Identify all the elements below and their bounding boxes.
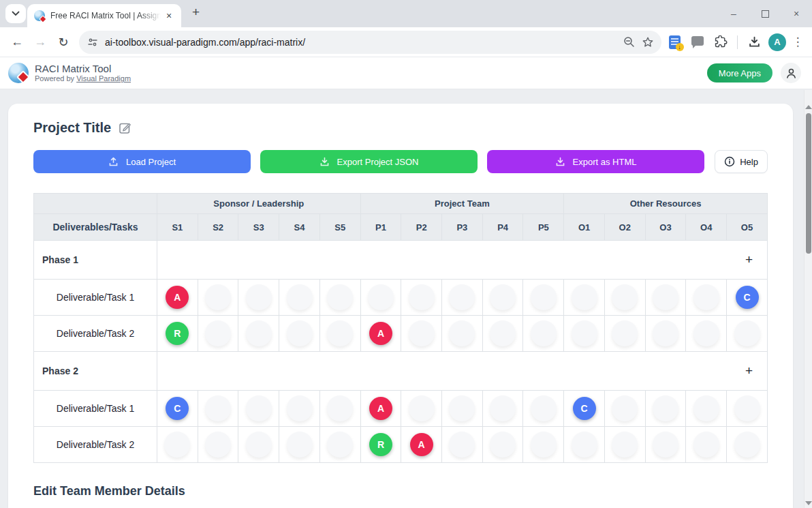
matrix-cell-S2[interactable] <box>198 280 238 316</box>
matrix-cell-P2[interactable] <box>401 316 442 352</box>
matrix-cell-O5[interactable] <box>727 391 768 427</box>
column-header-S2: S2 <box>198 214 238 241</box>
matrix-cell-O2[interactable] <box>604 391 645 427</box>
matrix-cell-O3[interactable] <box>645 280 686 316</box>
matrix-cell-P1[interactable] <box>360 280 401 316</box>
refresh-button[interactable]: ↻ <box>52 31 75 54</box>
matrix-cell-O4[interactable] <box>686 427 727 463</box>
matrix-cell-P5[interactable] <box>523 427 564 463</box>
edit-title-icon[interactable] <box>119 121 131 134</box>
matrix-cell-S3[interactable] <box>238 391 279 427</box>
matrix-header: Sponsor / LeadershipProject TeamOther Re… <box>34 194 768 241</box>
site-info-icon[interactable] <box>87 37 98 48</box>
browser-menu-button[interactable]: ⋮ <box>792 35 804 49</box>
matrix-cell-O3[interactable] <box>645 427 686 463</box>
matrix-cell-P5[interactable] <box>523 280 564 316</box>
scroll-up-arrow-icon[interactable] <box>805 105 812 109</box>
export-html-button[interactable]: Export as HTML <box>487 150 704 173</box>
visual-paradigm-link[interactable]: Visual Paradigm <box>76 74 131 83</box>
browser-tab[interactable]: Free RACI Matrix Tool | Assign R × <box>27 4 181 27</box>
scroll-down-arrow-icon[interactable] <box>805 501 812 505</box>
zoom-out-button[interactable] <box>619 33 638 52</box>
matrix-cell-S5[interactable] <box>319 391 360 427</box>
url-bar[interactable]: ai-toolbox.visual-paradigm.com/app/raci-… <box>79 31 661 54</box>
maximize-button[interactable] <box>749 0 781 27</box>
matrix-cell-S4[interactable] <box>279 316 320 352</box>
load-project-button[interactable]: Load Project <box>33 150 251 173</box>
forward-button[interactable]: → <box>29 31 52 54</box>
matrix-cell-S3[interactable] <box>238 280 279 316</box>
matrix-cell-S1[interactable]: C <box>157 391 198 427</box>
new-tab-button[interactable]: + <box>192 5 200 20</box>
matrix-cell-P4[interactable] <box>482 391 523 427</box>
matrix-cell-S1[interactable] <box>157 427 198 463</box>
bookmark-button[interactable] <box>638 33 657 52</box>
matrix-cell-S4[interactable] <box>279 280 320 316</box>
matrix-cell-P5[interactable] <box>523 316 564 352</box>
matrix-cell-O4[interactable] <box>686 316 727 352</box>
matrix-cell-O1[interactable] <box>564 427 605 463</box>
matrix-cell-P3[interactable] <box>442 316 483 352</box>
matrix-cell-O2[interactable] <box>604 280 645 316</box>
matrix-cell-P1[interactable]: A <box>360 316 401 352</box>
matrix-cell-P3[interactable] <box>442 391 483 427</box>
tab-close-icon[interactable]: × <box>163 10 174 21</box>
matrix-cell-S4[interactable] <box>279 427 320 463</box>
matrix-cell-O4[interactable] <box>686 280 727 316</box>
matrix-cell-O5[interactable] <box>727 316 768 352</box>
matrix-cell-P4[interactable] <box>482 316 523 352</box>
matrix-cell-O1[interactable] <box>564 280 605 316</box>
matrix-cell-O1[interactable] <box>564 316 605 352</box>
matrix-cell-S4[interactable] <box>279 391 320 427</box>
user-profile-button[interactable] <box>781 63 801 83</box>
matrix-cell-P1[interactable]: R <box>360 427 401 463</box>
matrix-cell-P3[interactable] <box>442 427 483 463</box>
matrix-cell-P5[interactable] <box>523 391 564 427</box>
tab-search-button[interactable] <box>5 4 26 23</box>
task-label: Deliverable/Task 2 <box>34 316 157 352</box>
matrix-cell-S1[interactable]: A <box>157 280 198 316</box>
close-button[interactable]: × <box>781 0 812 27</box>
matrix-cell-P2[interactable]: A <box>401 427 442 463</box>
page-scrollbar[interactable] <box>804 90 812 508</box>
matrix-cell-S3[interactable] <box>238 427 279 463</box>
matrix-cell-S2[interactable] <box>198 427 238 463</box>
matrix-cell-P4[interactable] <box>482 280 523 316</box>
matrix-cell-P3[interactable] <box>442 280 483 316</box>
extensions-button[interactable] <box>712 33 730 51</box>
comment-extension-button[interactable] <box>689 33 706 51</box>
browser-profile-avatar[interactable]: A <box>768 33 786 51</box>
matrix-cell-S5[interactable] <box>319 316 360 352</box>
matrix-cell-S3[interactable] <box>238 316 279 352</box>
matrix-cell-O2[interactable] <box>604 316 645 352</box>
matrix-cell-S1[interactable]: R <box>157 316 198 352</box>
matrix-cell-O4[interactable] <box>686 391 727 427</box>
matrix-cell-O3[interactable] <box>645 316 686 352</box>
export-json-button[interactable]: Export Project JSON <box>260 150 478 173</box>
matrix-cell-O5[interactable] <box>727 427 768 463</box>
downloads-button[interactable] <box>745 33 763 51</box>
matrix-cell-O1[interactable]: C <box>564 391 605 427</box>
docs-extension-button[interactable]: ↓ <box>666 33 683 51</box>
matrix-cell-P1[interactable]: A <box>360 391 401 427</box>
matrix-cell-S5[interactable] <box>319 280 360 316</box>
add-task-button[interactable]: + <box>745 364 753 377</box>
more-apps-button[interactable]: More Apps <box>707 63 772 83</box>
matrix-cell-O3[interactable] <box>645 391 686 427</box>
matrix-cell-P2[interactable] <box>401 280 442 316</box>
empty-assignment-icon <box>531 432 557 458</box>
matrix-cell-P2[interactable] <box>401 391 442 427</box>
help-button[interactable]: Help <box>715 150 768 173</box>
scrollbar-thumb[interactable] <box>806 113 811 254</box>
matrix-cell-S2[interactable] <box>198 316 238 352</box>
matrix-cell-P4[interactable] <box>482 427 523 463</box>
matrix-cell-S5[interactable] <box>319 427 360 463</box>
add-task-button[interactable]: + <box>745 253 753 266</box>
matrix-cell-O2[interactable] <box>604 427 645 463</box>
matrix-corner-header: Deliverables/Tasks <box>34 214 157 241</box>
matrix-cell-O5[interactable]: C <box>727 280 768 316</box>
minimize-button[interactable]: – <box>718 0 749 27</box>
back-button[interactable]: ← <box>5 31 29 54</box>
matrix-cell-S2[interactable] <box>198 391 238 427</box>
phase-row-cells: + <box>157 352 768 391</box>
